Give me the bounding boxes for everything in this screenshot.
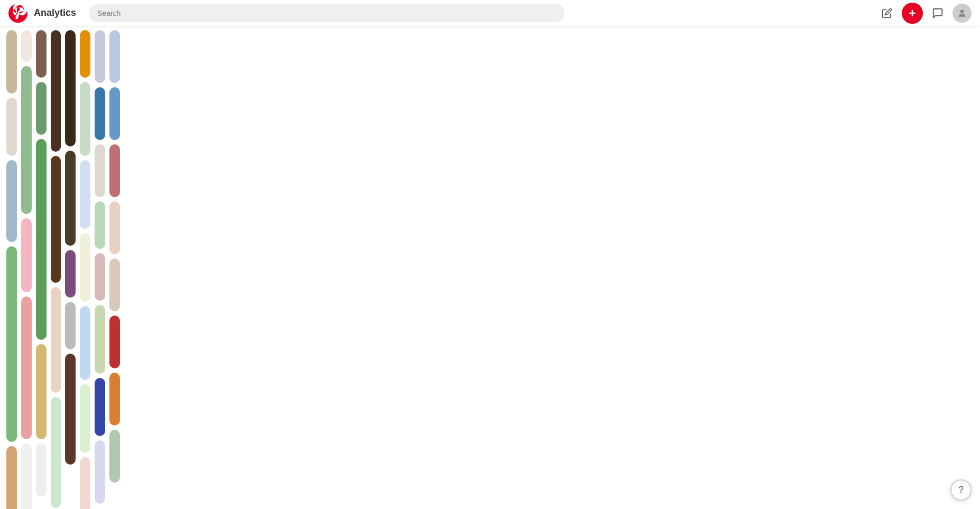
pin-card[interactable] — [95, 87, 105, 140]
pin-card[interactable] — [6, 160, 17, 242]
svg-point-3 — [960, 10, 964, 13]
grid-column-1 — [4, 30, 19, 509]
pin-card[interactable] — [80, 82, 90, 156]
grid-column-3 — [34, 30, 49, 501]
pin-card[interactable] — [21, 30, 32, 62]
pin-card[interactable] — [6, 98, 17, 156]
pin-card[interactable] — [65, 30, 76, 146]
pin-card[interactable] — [80, 457, 90, 509]
pin-card[interactable] — [51, 397, 61, 508]
pin-card[interactable] — [36, 82, 47, 135]
pin-card[interactable] — [6, 446, 17, 509]
pin-card[interactable] — [6, 246, 17, 442]
pin-card[interactable] — [95, 253, 105, 301]
pin-card[interactable] — [36, 443, 47, 496]
pinterest-logo[interactable] — [8, 4, 27, 23]
grid-column-7 — [93, 30, 107, 508]
pin-card[interactable] — [80, 384, 90, 453]
grid-column-2 — [19, 30, 34, 509]
page-title: Analytics — [34, 7, 76, 18]
pin-card[interactable] — [109, 373, 120, 425]
pin-card[interactable] — [95, 201, 105, 249]
pin-card[interactable] — [21, 443, 32, 509]
pin-card[interactable] — [21, 297, 32, 439]
header-actions — [876, 3, 972, 24]
pin-card[interactable] — [80, 160, 90, 229]
pin-card[interactable] — [6, 30, 17, 94]
pin-card[interactable] — [95, 30, 105, 83]
pin-card[interactable] — [109, 430, 120, 483]
help-button[interactable]: ? — [950, 479, 972, 501]
pin-card[interactable] — [51, 287, 61, 393]
pin-card[interactable] — [51, 156, 61, 283]
pin-card[interactable] — [109, 30, 120, 83]
pin-card[interactable] — [36, 30, 47, 78]
pin-card[interactable] — [80, 233, 90, 302]
pin-card[interactable] — [109, 87, 120, 140]
pin-card[interactable] — [95, 378, 105, 436]
pin-card[interactable] — [21, 218, 32, 292]
pin-card[interactable] — [95, 305, 105, 374]
pin-grid — [0, 26, 980, 509]
search-bar[interactable] — [89, 4, 565, 22]
pin-card[interactable] — [36, 139, 47, 340]
grid-column-6 — [78, 30, 93, 509]
user-avatar[interactable] — [953, 4, 972, 23]
pin-card[interactable] — [65, 250, 76, 298]
pin-card[interactable] — [109, 201, 120, 254]
search-input[interactable] — [89, 4, 565, 22]
pin-card[interactable] — [95, 440, 105, 504]
pin-card[interactable] — [21, 66, 32, 214]
pin-card[interactable] — [109, 316, 120, 368]
grid-column-4 — [49, 30, 63, 509]
pin-card[interactable] — [36, 344, 47, 439]
pin-card[interactable] — [95, 144, 105, 197]
pin-card[interactable] — [65, 302, 76, 349]
add-button[interactable] — [902, 3, 923, 24]
grid-column-5 — [63, 30, 78, 469]
pin-card[interactable] — [80, 306, 90, 380]
header: Analytics — [0, 0, 980, 26]
pin-card[interactable] — [65, 354, 76, 465]
pin-card[interactable] — [65, 151, 76, 246]
pin-card[interactable] — [51, 30, 61, 152]
pen-icon-button[interactable] — [876, 3, 898, 24]
pin-card[interactable] — [109, 258, 120, 311]
pin-card[interactable] — [80, 30, 90, 78]
grid-column-8 — [107, 30, 122, 487]
messages-button[interactable] — [927, 3, 948, 24]
pin-card[interactable] — [109, 144, 120, 197]
